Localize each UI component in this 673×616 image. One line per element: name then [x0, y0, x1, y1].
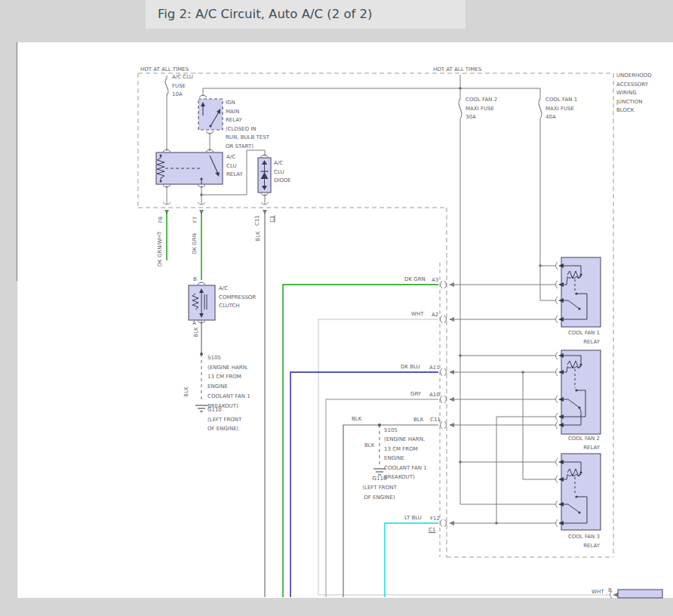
screen: { "title": "Fig 2: A/C Circuit, Auto A/C… [0, 0, 673, 616]
figure-title: Fig 2: A/C Circuit, Auto A/C (2 of 2) [158, 7, 373, 21]
title-bar: Fig 2: A/C Circuit, Auto A/C (2 of 2) [0, 0, 673, 42]
diagram-page [17, 42, 673, 598]
title-panel: Fig 2: A/C Circuit, Auto A/C (2 of 2) [146, 0, 466, 29]
